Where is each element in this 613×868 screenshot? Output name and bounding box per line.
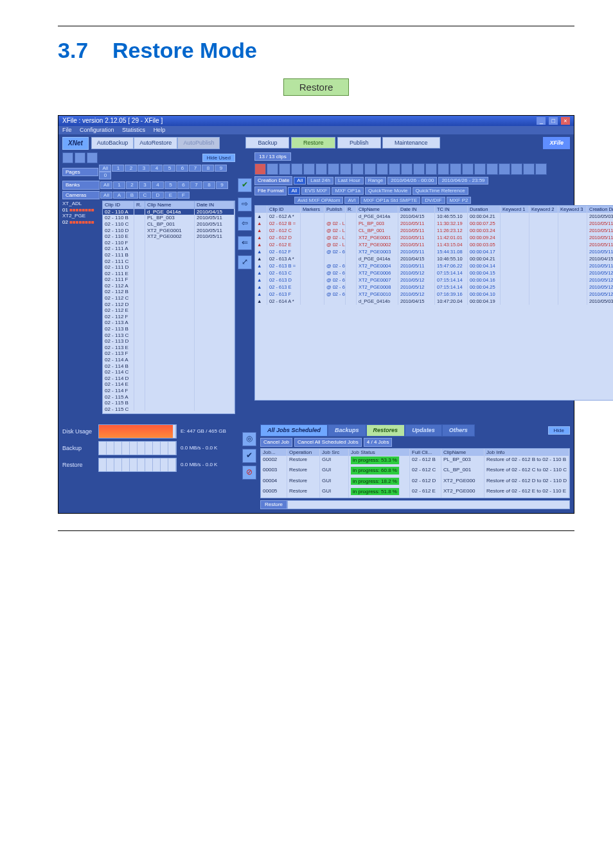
all-jobs-tab[interactable]: All Jobs Scheduled — [260, 424, 328, 437]
toolbar-icon[interactable] — [535, 163, 547, 175]
table-row[interactable]: 02 - 112 A — [103, 283, 235, 289]
filter-pill[interactable]: 3 — [139, 181, 151, 189]
table-row[interactable]: ▲02 - 614 A *d_PGE_0414b2010/04/1510:47:… — [255, 298, 613, 305]
table-row[interactable]: 02 - 110 Ad_PGE_0414a2010/04/15 — [103, 209, 235, 215]
toolbar-icon[interactable] — [413, 163, 425, 175]
toolbar-icon[interactable] — [377, 163, 388, 175]
filter-pill[interactable]: E — [164, 192, 177, 199]
updates-tab[interactable]: Updates — [405, 424, 442, 437]
filter-pill[interactable]: D — [152, 192, 164, 199]
filter-pill[interactable]: 7 — [189, 165, 201, 172]
table-row[interactable]: ▲02 - 613 C@ 02 - 6XT2_PGE00062010/05/12… — [255, 269, 613, 276]
menu-file[interactable]: File — [62, 127, 72, 133]
filter-pill[interactable]: All — [100, 192, 112, 199]
table-row[interactable]: ▲02 - 613 B =@ 02 - 6XT2_PGE00042010/05/… — [255, 262, 613, 269]
table-row[interactable]: 02 - 113 D — [103, 338, 235, 345]
publish-tab[interactable]: Publish — [337, 137, 381, 149]
menu-stats[interactable]: Statistics — [122, 127, 145, 133]
backup-tab[interactable]: Backup — [245, 137, 289, 149]
table-row[interactable]: 02 - 114 D — [103, 375, 235, 382]
check-icon[interactable]: ✔ — [238, 178, 252, 192]
table-row[interactable]: ▲02 - 612 D@ 02 - LXT2_PGE00012010/05/11… — [255, 234, 613, 241]
toolbar-icon[interactable] — [291, 163, 303, 175]
filter-pill[interactable]: 7 — [190, 181, 202, 189]
toolbar-icon[interactable] — [279, 163, 290, 175]
table-row[interactable]: 02 - 111 D — [103, 264, 235, 271]
table-row[interactable]: ▲02 - 613 E@ 02 - 6XT2_PGE00082010/05/12… — [255, 284, 613, 291]
table-row[interactable]: 02 - 110 BPL_BP_0032010/05/11 — [103, 215, 235, 221]
table-row[interactable]: 02 - 111 C — [103, 258, 235, 265]
table-row[interactable]: 02 - 113 F — [103, 350, 235, 357]
toolbar-icon[interactable] — [523, 163, 535, 175]
table-row[interactable]: 02 - 110 EXT2_PGE00022010/05/11 — [103, 233, 235, 240]
table-row[interactable]: 02 - 114 F — [103, 388, 235, 394]
table-row[interactable]: ▲02 - 613 F@ 02 - 6XT2_PGE00102010/05/12… — [255, 291, 613, 298]
toolbar-icon[interactable] — [389, 163, 400, 175]
toolbar-icon[interactable] — [462, 163, 474, 175]
table-row[interactable]: 02 - 112 E — [103, 307, 235, 314]
check2-icon[interactable]: ✔ — [242, 449, 256, 463]
menu-help[interactable]: Help — [154, 127, 166, 133]
stop-icon[interactable]: ⊘ — [242, 466, 256, 480]
filter-pill[interactable]: 8 — [202, 165, 214, 172]
table-row[interactable]: ▲02 - 612 E@ 02 - LXT2_PGE00022010/05/11… — [255, 241, 613, 248]
job-row[interactable]: 00003RestoreGUIin progress: 60.8 %02 - 6… — [261, 466, 569, 476]
filter-pill[interactable]: 1 — [113, 181, 125, 189]
table-row[interactable]: 02 - 114 A — [103, 357, 235, 363]
autorestore-tab[interactable]: AutoRestore — [134, 137, 177, 149]
table-row[interactable]: 02 - 113 E — [103, 345, 235, 351]
filter-pill[interactable]: 5 — [164, 181, 177, 189]
restore-mode-button[interactable]: Restore — [283, 78, 350, 96]
filter-pill[interactable]: 5 — [163, 165, 175, 172]
minimize-icon[interactable]: _ — [537, 117, 546, 125]
table-row[interactable]: 02 - 111 A — [103, 246, 235, 252]
cancel-job-button[interactable]: Cancel Job — [260, 438, 292, 447]
filter-pill[interactable]: 8 — [203, 181, 215, 189]
filter-pill[interactable]: 4 — [152, 181, 164, 189]
autopublish-tab[interactable]: AutoPublish — [177, 137, 220, 149]
job-row[interactable]: 00004RestoreGUIin progress: 18.2 %02 - 6… — [261, 477, 569, 487]
toolbar-icon[interactable] — [352, 163, 364, 175]
maximize-icon[interactable]: □ — [549, 117, 558, 125]
autobackup-tab[interactable]: AutoBackup — [91, 137, 134, 149]
toolbar-icon[interactable] — [401, 163, 413, 175]
filter-pill[interactable]: 6 — [176, 165, 188, 172]
others-tab[interactable]: Others — [442, 424, 475, 437]
toolbar-icon[interactable] — [364, 163, 376, 175]
job-row[interactable]: 00005RestoreGUIin progress: 51.8 %02 - 6… — [261, 487, 569, 498]
toolbar-icon[interactable] — [425, 163, 437, 175]
table-row[interactable]: 02 - 113 B — [103, 326, 235, 332]
toolbar-icon[interactable] — [511, 163, 522, 175]
table-row[interactable]: 02 - 112 B — [103, 289, 235, 295]
nav-icon-1[interactable] — [62, 152, 73, 163]
table-row[interactable]: 02 - 111 E — [103, 271, 235, 277]
nav-icon-3[interactable] — [87, 152, 98, 163]
expand-icon[interactable]: ⤢ — [238, 255, 252, 269]
table-row[interactable]: 02 - 113 A — [103, 320, 235, 326]
table-row[interactable]: ▲02 - 612 C@ 02 - LCL_BP_0012010/05/1111… — [255, 227, 613, 234]
menu-config[interactable]: Configuration — [80, 127, 114, 133]
restores-tab[interactable]: Restores — [366, 424, 405, 437]
table-row[interactable]: 02 - 115 B — [103, 400, 235, 406]
filter-pill[interactable]: C — [139, 192, 151, 199]
hide-jobs-button[interactable]: Hide — [548, 426, 570, 435]
arrow-right-icon[interactable]: ⇨ — [238, 197, 252, 212]
filter-pill[interactable]: F — [177, 192, 190, 199]
cancel-all-jobs-button[interactable]: Cancel All Scheduled Jobs — [294, 438, 362, 447]
toolbar-icon[interactable] — [499, 163, 510, 175]
hide-used-button[interactable]: Hide Used — [202, 154, 235, 163]
toolbar-icon[interactable] — [267, 163, 278, 175]
filter-pill[interactable]: 2 — [125, 165, 137, 172]
filter-pill[interactable]: 9 — [216, 181, 228, 189]
table-row[interactable]: 02 - 114 B — [103, 363, 235, 370]
table-row[interactable]: 02 - 112 C — [103, 295, 235, 302]
table-row[interactable]: 02 - 115 C — [103, 406, 235, 411]
toolbar-icon[interactable] — [486, 163, 498, 175]
restore-tab[interactable]: Restore — [291, 137, 336, 149]
filter-pill[interactable]: 6 — [177, 181, 190, 189]
table-row[interactable]: ▲02 - 613 D@ 02 - 6XT2_PGE00072010/05/12… — [255, 276, 613, 284]
table-row[interactable]: ▲02 - 612 A *d_PGE_0414a2010/04/1510:46:… — [255, 213, 613, 220]
table-row[interactable]: 02 - 110 CCL_BP_0012010/05/11 — [103, 221, 235, 228]
maintenance-tab[interactable]: Maintenance — [382, 137, 440, 149]
filter-pill[interactable]: 9 — [215, 165, 227, 172]
